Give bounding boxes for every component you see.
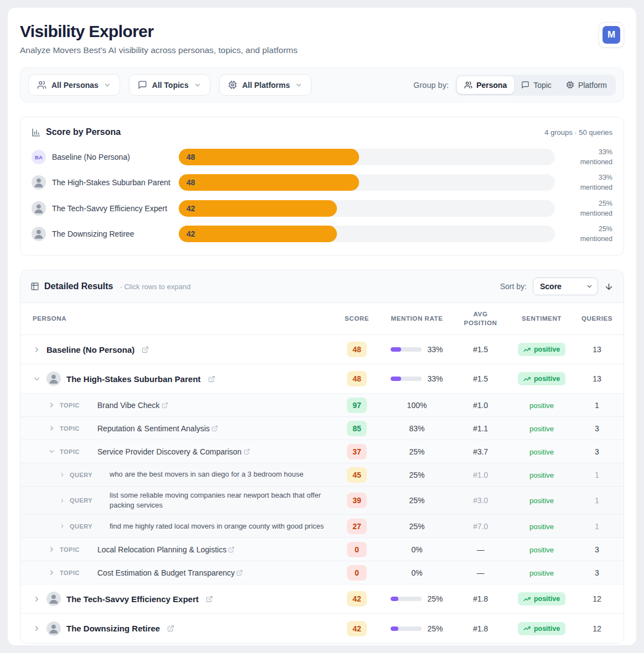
bar-chart-icon xyxy=(32,128,41,137)
avg-position-value: #3.7 xyxy=(473,447,488,456)
mention-rate-value: 33% xyxy=(427,374,443,383)
queries-count: 1 xyxy=(595,401,599,410)
avg-position-value: — xyxy=(477,568,485,577)
trend-up-icon xyxy=(523,595,531,603)
row-type-label: QUERY xyxy=(70,523,98,530)
external-link-icon[interactable] xyxy=(228,546,235,553)
sentiment-text: positive xyxy=(529,401,554,410)
sentiment-text: positive xyxy=(529,448,554,456)
chevron-right-icon[interactable] xyxy=(48,425,55,432)
score-bar-value: 42 xyxy=(186,204,195,213)
external-link-icon[interactable] xyxy=(211,425,218,432)
score-bar-track: 42 xyxy=(179,200,555,217)
detailed-results-card: Detailed Results · Click rows to expand … xyxy=(20,270,624,644)
external-link-icon[interactable] xyxy=(236,570,243,576)
filter-topics-dropdown[interactable]: All Topics xyxy=(129,74,210,96)
brand-logo: M xyxy=(599,22,624,48)
chevron-right-icon[interactable] xyxy=(59,523,65,529)
chevron-right-icon[interactable] xyxy=(33,595,41,603)
queries-count: 1 xyxy=(595,471,599,479)
topic-name: Reputation & Sentiment Analysis xyxy=(97,424,210,433)
chevron-right-icon[interactable] xyxy=(59,472,65,478)
person-icon xyxy=(48,373,60,385)
query-text: find me highly rated local movers in ora… xyxy=(110,518,324,535)
person-icon xyxy=(48,623,60,635)
external-link-icon[interactable] xyxy=(243,448,250,455)
mention-rate-value: 25% xyxy=(427,624,443,633)
sentiment-badge: positive xyxy=(518,622,565,635)
topic-name: Local Relocation Planning & Logistics xyxy=(97,545,226,554)
cpu-chip-icon xyxy=(566,81,574,89)
avg-position-value: #1.1 xyxy=(473,424,488,433)
table-row-persona[interactable]: The High-Stakes Suburban Parent 48 33% #… xyxy=(20,364,624,394)
table-row-persona[interactable]: The Tech-Savvy Efficiency Expert 42 25% … xyxy=(20,584,624,614)
filter-platforms-dropdown[interactable]: All Platforms xyxy=(219,74,311,96)
row-type-label: TOPIC xyxy=(60,546,89,553)
page-title: Visibility Explorer xyxy=(20,22,298,41)
table-row-persona[interactable]: Baseline (No Persona) 48 33% #1.5 positi… xyxy=(20,335,624,364)
group-by-platform-label: Platform xyxy=(578,81,607,90)
avg-position-value: #1.5 xyxy=(473,374,488,383)
page-header: Visibility Explorer Analyze Movers Best'… xyxy=(20,22,624,55)
chevron-right-icon[interactable] xyxy=(59,498,65,504)
sort-direction-button[interactable] xyxy=(604,282,614,291)
external-link-icon[interactable] xyxy=(167,625,174,632)
score-badge: 37 xyxy=(347,444,367,459)
sentiment-text: positive xyxy=(529,546,554,554)
column-header-avg-position: AVG POSITION xyxy=(463,310,499,327)
table-row-topic[interactable]: TOPIC Brand Vibe Check 97 100% #1.0 posi… xyxy=(20,394,624,417)
sentiment-badge: positive xyxy=(518,343,565,356)
chevron-right-icon[interactable] xyxy=(33,346,41,354)
chart-row-label: The Downsizing Retiree xyxy=(52,229,134,238)
external-link-icon[interactable] xyxy=(142,346,149,353)
table-row-topic[interactable]: TOPIC Cost Estimation & Budget Transpare… xyxy=(20,561,624,584)
queries-count: 12 xyxy=(593,624,601,633)
mention-rate-bar xyxy=(391,626,422,631)
table-row-query[interactable]: QUERY who are the best movers in san die… xyxy=(20,463,624,487)
table-row-topic[interactable]: TOPIC Service Provider Discovery & Compa… xyxy=(20,440,624,463)
column-header-mention-rate: MENTION RATE xyxy=(386,315,448,323)
person-icon xyxy=(33,228,45,240)
queries-count: 3 xyxy=(595,545,599,554)
chart-title: Score by Persona xyxy=(46,127,121,137)
users-icon xyxy=(464,81,472,89)
filter-platforms-label: All Platforms xyxy=(242,81,290,90)
filter-personas-dropdown[interactable]: All Personas xyxy=(28,74,120,96)
table-row-topic[interactable]: TOPIC Local Relocation Planning & Logist… xyxy=(20,538,624,561)
table-row-topic[interactable]: TOPIC Reputation & Sentiment Analysis 85… xyxy=(20,417,624,440)
mention-label: 33%mentioned xyxy=(563,173,612,192)
chevron-down-icon[interactable] xyxy=(33,375,41,383)
mention-rate-value: 25% xyxy=(427,594,443,603)
chevron-right-icon[interactable] xyxy=(48,569,55,576)
table-row-persona[interactable]: The Downsizing Retiree 42 25% #1.8 posit… xyxy=(20,614,624,643)
filter-topics-label: All Topics xyxy=(152,81,189,90)
chevron-right-icon[interactable] xyxy=(48,401,55,409)
group-by-topic-button[interactable]: Topic xyxy=(514,76,559,94)
table-row-query[interactable]: QUERY find me highly rated local movers … xyxy=(20,515,624,538)
chevron-right-icon[interactable] xyxy=(33,624,41,633)
person-icon xyxy=(33,202,45,215)
table-toolbar: Detailed Results · Click rows to expand … xyxy=(20,270,624,303)
filter-bar: All Personas All Topics All Platforms Gr… xyxy=(20,67,624,102)
mention-label: 25%mentioned xyxy=(563,198,612,218)
sort-select[interactable]: Score xyxy=(533,278,598,295)
topic-name: Service Provider Discovery & Comparison xyxy=(97,447,242,456)
chart-row-label: The High-Stakes Suburban Parent xyxy=(52,178,170,187)
chart-summary: 4 groups · 50 queries xyxy=(544,128,612,137)
mention-rate-bar xyxy=(391,347,422,352)
external-link-icon[interactable] xyxy=(208,375,215,383)
external-link-icon[interactable] xyxy=(206,595,213,603)
external-link-icon[interactable] xyxy=(162,402,168,409)
group-by-platform-button[interactable]: Platform xyxy=(559,76,614,94)
score-bar-track: 42 xyxy=(179,226,555,242)
chevron-right-icon[interactable] xyxy=(48,546,55,553)
chevron-down-icon[interactable] xyxy=(48,448,55,455)
group-by-persona-button[interactable]: Persona xyxy=(457,76,514,94)
group-by-persona-label: Persona xyxy=(476,81,507,90)
avg-position-value: — xyxy=(477,545,485,554)
avatar xyxy=(46,592,61,606)
mention-rate-value: 83% xyxy=(409,424,424,433)
table-row-query[interactable]: QUERY list some reliable moving companie… xyxy=(20,487,624,515)
avatar xyxy=(46,621,61,636)
mention-rate-value: 25% xyxy=(409,471,424,479)
